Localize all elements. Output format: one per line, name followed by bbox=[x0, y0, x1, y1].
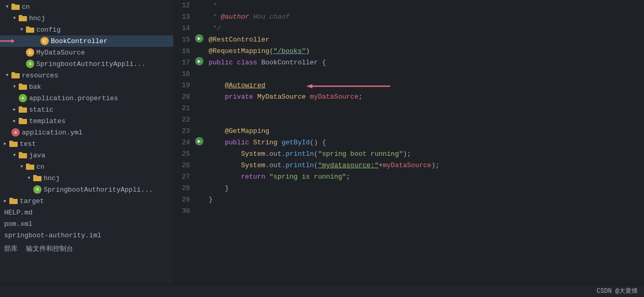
code-line-23: @GetMapping bbox=[209, 126, 644, 137]
red-arrow-sidebar bbox=[0, 37, 16, 45]
gutter-marker-17[interactable]: ▶ bbox=[195, 57, 203, 65]
arrow-hncj2 bbox=[26, 175, 32, 181]
tree-item-mydatasource[interactable]: C MyDataSource bbox=[0, 47, 173, 58]
code-content: * * @author Hou chaof */ @RestController… bbox=[204, 0, 644, 285]
tree-item-config[interactable]: config bbox=[0, 24, 173, 35]
java-icon-book-controller: C bbox=[40, 37, 49, 45]
code-line-18 bbox=[209, 69, 644, 80]
tree-item-springboot-app2[interactable]: S SpringbootAuthorityAppli... bbox=[0, 184, 173, 195]
arrow-static bbox=[11, 106, 18, 113]
folder-icon-static bbox=[19, 106, 27, 113]
red-arrow-line19 bbox=[302, 81, 395, 91]
svg-rect-15 bbox=[19, 118, 22, 120]
folder-icon-bak bbox=[19, 83, 27, 90]
tree-item-app-yml[interactable]: a application.yml bbox=[0, 127, 173, 138]
code-line-29: } bbox=[209, 194, 644, 206]
java-icon-mydatasource: C bbox=[26, 48, 34, 57]
svg-rect-23 bbox=[33, 175, 37, 177]
yaml-icon: a bbox=[11, 128, 20, 137]
folder-icon-cn bbox=[11, 3, 20, 10]
tree-item-help-md[interactable]: HELP.md bbox=[0, 207, 173, 218]
arrow-resources bbox=[4, 72, 10, 78]
code-line-13: * @author Hou chaof bbox=[209, 11, 644, 23]
line-numbers: 12 13 14 15 16 17 18 19 20 21 22 23 24 2… bbox=[173, 0, 194, 285]
tree-item-resources[interactable]: resources bbox=[0, 70, 173, 81]
tree-item-hncj[interactable]: hncj bbox=[0, 12, 173, 24]
arrow-config bbox=[19, 26, 25, 33]
svg-rect-1 bbox=[11, 4, 15, 6]
code-line-16: @RequestMapping("/books") bbox=[209, 46, 644, 57]
arrow-target bbox=[2, 198, 8, 204]
folder-icon-test bbox=[9, 140, 18, 147]
spring-icon-app: S bbox=[26, 60, 34, 68]
status-bar: CSDN @大黄烽 bbox=[0, 285, 644, 297]
svg-rect-9 bbox=[11, 72, 15, 74]
svg-marker-27 bbox=[306, 84, 312, 88]
tree-item-cn2[interactable]: cn bbox=[0, 161, 173, 172]
code-line-25: System.out.println("spring boot running"… bbox=[209, 148, 644, 160]
folder-icon-target bbox=[9, 197, 18, 205]
code-line-19: @Autowired bbox=[209, 80, 644, 91]
code-line-21 bbox=[209, 103, 644, 114]
svg-rect-25 bbox=[9, 198, 13, 200]
tree-item-springboot-app[interactable]: S SpringbootAuthorityAppli... bbox=[0, 58, 173, 70]
svg-rect-13 bbox=[19, 106, 22, 109]
svg-rect-19 bbox=[19, 152, 22, 154]
status-right: CSDN @大黄烽 bbox=[597, 287, 638, 295]
code-line-27: return "spring is running"; bbox=[209, 171, 644, 183]
svg-rect-11 bbox=[19, 84, 22, 86]
tree-item-bak[interactable]: bak bbox=[0, 81, 173, 92]
code-line-17: public class BookController { bbox=[209, 57, 644, 69]
tree-item-templates[interactable]: templates bbox=[0, 115, 173, 127]
svg-rect-5 bbox=[26, 26, 30, 29]
tree-item-cn[interactable]: cn bbox=[0, 1, 173, 12]
tree-item-java[interactable]: java bbox=[0, 150, 173, 161]
tree-item-test[interactable]: test bbox=[0, 138, 173, 150]
folder-icon-hncj bbox=[19, 15, 27, 22]
code-editor: 12 13 14 15 16 17 18 19 20 21 22 23 24 2… bbox=[173, 0, 644, 285]
arrow-cn2 bbox=[19, 164, 25, 170]
folder-icon-java bbox=[19, 152, 27, 159]
code-line-20: private MyDataSource myDataSource; bbox=[209, 91, 644, 103]
file-tree-sidebar: cn hncj config C BookController bbox=[0, 0, 173, 285]
props-icon: a bbox=[19, 94, 27, 102]
code-line-28: } bbox=[209, 183, 644, 194]
arrow-hncj bbox=[11, 15, 18, 21]
arrow-bak bbox=[11, 84, 18, 90]
gutter-marker-24[interactable]: ▶ bbox=[195, 137, 203, 145]
svg-marker-7 bbox=[11, 39, 15, 43]
svg-rect-17 bbox=[9, 141, 13, 143]
svg-rect-21 bbox=[26, 164, 30, 166]
arrow-java bbox=[11, 152, 18, 158]
folder-icon-cn2 bbox=[26, 163, 34, 170]
code-line-15: @RestController bbox=[209, 34, 644, 46]
code-line-14: */ bbox=[209, 23, 644, 34]
gutter-marker-15[interactable]: ▶ bbox=[195, 34, 203, 43]
code-line-12: * bbox=[209, 0, 644, 11]
tree-item-app-properties[interactable]: a application.properties bbox=[0, 92, 173, 104]
code-line-22 bbox=[209, 114, 644, 126]
tree-item-book-controller[interactable]: C BookController bbox=[0, 35, 173, 47]
main-container: cn hncj config C BookController bbox=[0, 0, 644, 285]
arrow-templates bbox=[11, 118, 18, 124]
folder-icon-resources bbox=[11, 72, 20, 79]
tree-item-target[interactable]: target bbox=[0, 195, 173, 207]
code-line-24: public String getById() { bbox=[209, 137, 644, 148]
code-line-30 bbox=[209, 206, 644, 217]
tree-item-pom-xml[interactable]: pom.xml bbox=[0, 218, 173, 230]
arrow-test bbox=[2, 141, 8, 147]
folder-icon-config bbox=[26, 26, 34, 33]
folder-icon-hncj2 bbox=[33, 174, 42, 182]
spring-icon-app2: S bbox=[33, 185, 42, 194]
code-line-26: System.out.println("mydatasource:"+myDat… bbox=[209, 160, 644, 171]
sidebar-bottom-labels: 部库 输文件和控制台 bbox=[0, 243, 173, 254]
code-gutter: ▶ ▶ ▶ bbox=[194, 0, 204, 285]
folder-icon-templates bbox=[19, 117, 27, 125]
tree-item-hncj2[interactable]: hncj bbox=[0, 172, 173, 184]
arrow-cn bbox=[4, 4, 10, 10]
tree-item-iml[interactable]: springboot-authority.iml bbox=[0, 230, 173, 241]
tree-item-static[interactable]: static bbox=[0, 104, 173, 115]
svg-rect-3 bbox=[19, 15, 22, 17]
